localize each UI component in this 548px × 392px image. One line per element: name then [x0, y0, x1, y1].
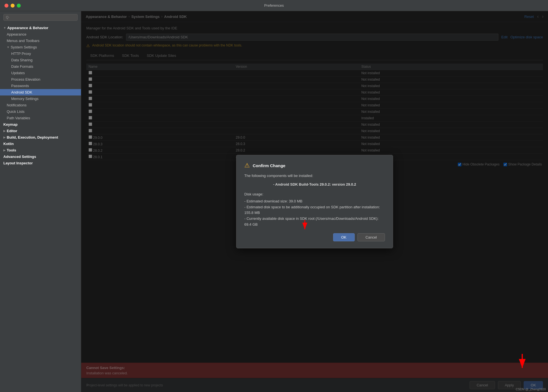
main-layout: Q· ▼ Appearance & Behavior Appearance Me… — [0, 11, 548, 392]
dialog-ok-button[interactable]: OK — [333, 233, 355, 241]
sidebar-item-tools[interactable]: ▶ Tools — [0, 147, 81, 153]
chevron-down-icon: ▼ — [7, 46, 10, 49]
sidebar-item-keymap[interactable]: Keymap — [0, 121, 81, 128]
dialog-overlay: ⚠ Confirm Change The following component… — [81, 11, 548, 392]
titlebar: Preferences — [0, 0, 548, 11]
sidebar: Q· ▼ Appearance & Behavior Appearance Me… — [0, 11, 81, 392]
sidebar-tree: ▼ Appearance & Behavior Appearance Menus… — [0, 24, 81, 392]
sidebar-item-memory-settings[interactable]: Memory Settings — [0, 95, 81, 102]
sidebar-item-process-elevation[interactable]: Process Elevation — [0, 76, 81, 83]
sidebar-item-kotlin[interactable]: Kotlin — [0, 141, 81, 147]
dialog-intro: The following components will be install… — [244, 173, 385, 179]
disk-item-2: - Estimated disk space to be additionall… — [244, 204, 385, 216]
dialog-buttons: OK Cancel — [244, 233, 385, 241]
dialog-component: - Android SDK Build-Tools 29.0.2: versio… — [244, 182, 385, 188]
search-icon: Q· — [6, 15, 10, 19]
watermark: CSDN @_Zheng0920 — [516, 388, 546, 391]
dialog-body: The following components will be install… — [244, 173, 385, 227]
sidebar-item-passwords[interactable]: Passwords — [0, 83, 81, 89]
sidebar-item-menus-toolbars[interactable]: Menus and Toolbars — [0, 38, 81, 44]
sidebar-item-updates[interactable]: Updates — [0, 70, 81, 76]
minimize-button[interactable] — [11, 4, 15, 8]
search-box[interactable]: Q· — [3, 14, 78, 21]
window-controls — [4, 4, 21, 8]
red-arrow-indicator — [298, 219, 312, 234]
window-title: Preferences — [264, 3, 284, 8]
sidebar-item-quick-lists[interactable]: Quick Lists — [0, 108, 81, 115]
sidebar-item-system-settings[interactable]: ▼ System Settings — [0, 44, 81, 50]
sidebar-item-http-proxy[interactable]: HTTP Proxy — [0, 50, 81, 57]
close-button[interactable] — [4, 4, 8, 8]
dialog-disk-title: Disk usage: — [244, 192, 385, 197]
sidebar-item-advanced-settings[interactable]: Advanced Settings — [0, 153, 81, 160]
sidebar-item-android-sdk[interactable]: Android SDK — [0, 89, 81, 95]
chevron-down-icon: ▼ — [3, 26, 6, 29]
chevron-right-icon: ▶ — [3, 149, 6, 152]
maximize-button[interactable] — [17, 4, 21, 8]
sidebar-item-appearance-behavior[interactable]: ▼ Appearance & Behavior — [0, 25, 81, 31]
dialog-cancel-button[interactable]: Cancel — [357, 233, 385, 241]
sidebar-item-notifications[interactable]: Notifications — [0, 102, 81, 108]
sidebar-item-date-formats[interactable]: Date Formats — [0, 63, 81, 70]
sidebar-item-editor[interactable]: ▶ Editor — [0, 128, 81, 134]
chevron-right-icon: ▶ — [3, 136, 6, 139]
sidebar-item-build-execution[interactable]: ▶ Build, Execution, Deployment — [0, 134, 81, 141]
dialog-header: ⚠ Confirm Change — [244, 162, 385, 169]
dialog-disk-list: - Estimated download size: 39.0 MB - Est… — [244, 199, 385, 228]
dialog-warning-icon: ⚠ — [244, 162, 250, 169]
disk-item-1: - Estimated download size: 39.0 MB — [244, 199, 385, 204]
dialog-box: ⚠ Confirm Change The following component… — [236, 155, 393, 248]
sidebar-item-path-variables[interactable]: Path Variables — [0, 115, 81, 121]
chevron-right-icon: ▶ — [3, 129, 6, 132]
dialog-title: Confirm Change — [253, 163, 285, 168]
content-area: Appearance & Behavior › System Settings … — [81, 11, 548, 392]
search-input[interactable] — [11, 15, 75, 19]
disk-item-3: - Currently available disk space in SDK … — [244, 216, 385, 228]
sidebar-item-appearance[interactable]: Appearance — [0, 31, 81, 38]
sidebar-item-data-sharing[interactable]: Data Sharing — [0, 57, 81, 63]
sidebar-item-layout-inspector[interactable]: Layout Inspector — [0, 160, 81, 166]
